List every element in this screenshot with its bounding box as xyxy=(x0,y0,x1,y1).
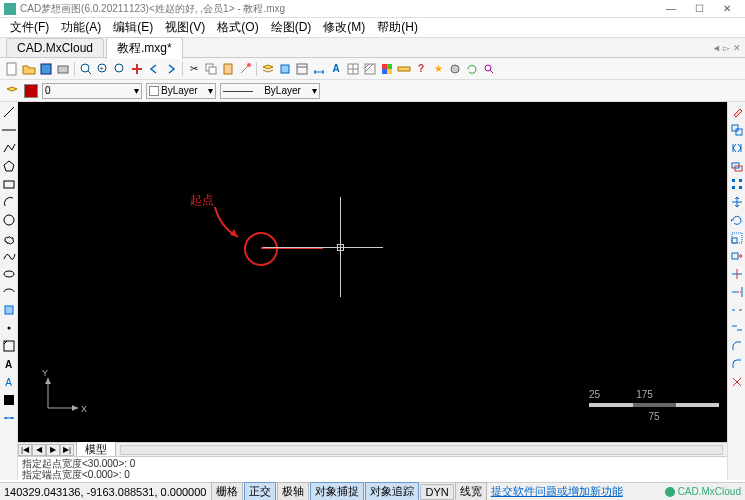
offset-icon[interactable] xyxy=(729,158,745,174)
rectangle-icon[interactable] xyxy=(1,176,17,192)
cut-icon[interactable]: ✂ xyxy=(186,61,202,77)
grid-toggle[interactable]: 栅格 xyxy=(211,482,243,500)
regen-icon[interactable] xyxy=(464,61,480,77)
print-icon[interactable] xyxy=(55,61,71,77)
menu-function[interactable]: 功能(A) xyxy=(55,17,107,38)
find-icon[interactable] xyxy=(481,61,497,77)
ortho-toggle[interactable]: 正交 xyxy=(244,482,276,500)
rotate-icon[interactable] xyxy=(729,212,745,228)
layer-dropdown[interactable]: 0 ▾ xyxy=(42,83,142,99)
polar-toggle[interactable]: 极轴 xyxy=(277,482,309,500)
menu-help[interactable]: 帮助(H) xyxy=(371,17,424,38)
maximize-button[interactable]: ☐ xyxy=(685,1,713,17)
layer-mgr-icon[interactable] xyxy=(260,61,276,77)
polyline-icon[interactable] xyxy=(1,140,17,156)
tab-last-button[interactable]: ▶| xyxy=(60,444,74,456)
match-icon[interactable] xyxy=(237,61,253,77)
revcloud-icon[interactable] xyxy=(1,230,17,246)
open-icon[interactable] xyxy=(21,61,37,77)
menu-view[interactable]: 视图(V) xyxy=(159,17,211,38)
textstyle-icon[interactable]: A xyxy=(328,61,344,77)
color-swatch-icon xyxy=(149,86,159,96)
redo-icon[interactable] xyxy=(163,61,179,77)
hatch-icon[interactable] xyxy=(362,61,378,77)
region-icon[interactable] xyxy=(1,392,17,408)
extend-icon[interactable] xyxy=(729,284,745,300)
array-icon[interactable] xyxy=(729,176,745,192)
tool-icon[interactable] xyxy=(447,61,463,77)
layer-color-swatch[interactable] xyxy=(24,84,38,98)
menu-draw[interactable]: 绘图(D) xyxy=(265,17,318,38)
point-icon[interactable] xyxy=(1,320,17,336)
tab-tutorial[interactable]: 教程.mxg* xyxy=(106,37,183,59)
measure2-icon[interactable] xyxy=(1,410,17,426)
standard-toolbar: + ✂ A ? ★ xyxy=(0,58,745,80)
menu-modify[interactable]: 修改(M) xyxy=(317,17,371,38)
stretch-icon[interactable] xyxy=(729,248,745,264)
tab-mxcloud[interactable]: CAD.MxCloud xyxy=(6,38,104,57)
star-icon[interactable]: ★ xyxy=(430,61,446,77)
ellipse-arc-icon[interactable] xyxy=(1,284,17,300)
erase-icon[interactable] xyxy=(729,104,745,120)
move-icon[interactable] xyxy=(729,194,745,210)
menu-edit[interactable]: 编辑(E) xyxy=(107,17,159,38)
zoom-previous-icon[interactable] xyxy=(112,61,128,77)
break-icon[interactable] xyxy=(729,302,745,318)
color-icon[interactable] xyxy=(379,61,395,77)
trim-icon[interactable] xyxy=(729,266,745,282)
fillet-icon[interactable] xyxy=(729,356,745,372)
text-icon[interactable]: A xyxy=(1,356,17,372)
lwt-toggle[interactable]: 线宽 xyxy=(455,482,487,500)
svg-point-43 xyxy=(5,417,7,419)
close-button[interactable]: ✕ xyxy=(713,1,741,17)
block-icon[interactable] xyxy=(277,61,293,77)
dimstyle-icon[interactable] xyxy=(311,61,327,77)
new-icon[interactable] xyxy=(4,61,20,77)
command-line[interactable]: 指定起点宽度<30.000>: 0 指定端点宽度<0.000>: 0 xyxy=(18,456,727,480)
tab-first-button[interactable]: |◀ xyxy=(18,444,32,456)
explode-icon[interactable] xyxy=(729,374,745,390)
tab-prev-button[interactable]: ◀ xyxy=(32,444,46,456)
horizontal-scrollbar[interactable] xyxy=(120,445,723,455)
mtext-icon[interactable]: A xyxy=(1,374,17,390)
tab-next-button[interactable]: ▶ xyxy=(46,444,60,456)
copy2-icon[interactable] xyxy=(729,122,745,138)
zoom-extents-icon[interactable] xyxy=(78,61,94,77)
otrack-toggle[interactable]: 对象追踪 xyxy=(365,482,419,500)
polygon-icon[interactable] xyxy=(1,158,17,174)
mirror-icon[interactable] xyxy=(729,140,745,156)
zoom-window-icon[interactable]: + xyxy=(95,61,111,77)
osnap-toggle[interactable]: 对象捕捉 xyxy=(310,482,364,500)
copy-icon[interactable] xyxy=(203,61,219,77)
drawing-canvas[interactable]: 起点 Y X 25 xyxy=(18,102,727,442)
dyn-toggle[interactable]: DYN xyxy=(420,484,453,500)
pan-icon[interactable] xyxy=(129,61,145,77)
chamfer-icon[interactable] xyxy=(729,338,745,354)
properties-icon[interactable] xyxy=(294,61,310,77)
insert-icon[interactable] xyxy=(1,302,17,318)
measure-icon[interactable] xyxy=(396,61,412,77)
arc-icon[interactable] xyxy=(1,194,17,210)
model-tab-bar: |◀ ◀ ▶ ▶| 模型 xyxy=(18,442,727,456)
ellipse-icon[interactable] xyxy=(1,266,17,282)
undo-icon[interactable] xyxy=(146,61,162,77)
menu-file[interactable]: 文件(F) xyxy=(4,17,55,38)
xline-icon[interactable] xyxy=(1,122,17,138)
minimize-button[interactable]: — xyxy=(657,1,685,17)
color-dropdown[interactable]: ByLayer ▾ xyxy=(146,83,216,99)
line-icon[interactable] xyxy=(1,104,17,120)
paste-icon[interactable] xyxy=(220,61,236,77)
scale-icon[interactable] xyxy=(729,230,745,246)
save-icon[interactable] xyxy=(38,61,54,77)
tab-controls[interactable]: ◄ ▻ ✕ xyxy=(712,43,741,53)
hatch2-icon[interactable] xyxy=(1,338,17,354)
help-icon[interactable]: ? xyxy=(413,61,429,77)
layer-button-icon[interactable] xyxy=(4,83,20,99)
table-icon[interactable] xyxy=(345,61,361,77)
circle-icon[interactable] xyxy=(1,212,17,228)
join-icon[interactable] xyxy=(729,320,745,336)
feedback-link[interactable]: 提交软件问题或增加新功能 xyxy=(491,484,623,499)
linetype-dropdown[interactable]: ——— ByLayer ▾ xyxy=(220,83,320,99)
spline-icon[interactable] xyxy=(1,248,17,264)
menu-format[interactable]: 格式(O) xyxy=(211,17,264,38)
